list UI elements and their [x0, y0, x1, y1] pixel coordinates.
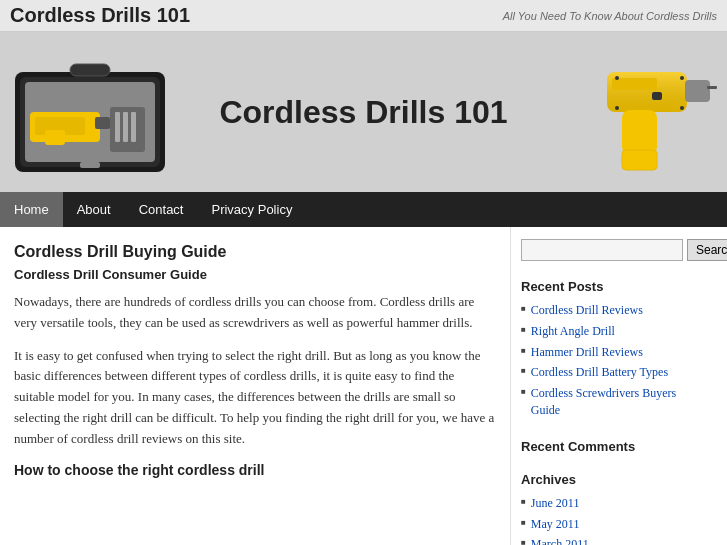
archives-title: Archives [521, 472, 685, 487]
sidebar: Search Recent Posts Cordless Drill Revie… [510, 227, 695, 545]
recent-posts-widget: Recent Posts Cordless Drill Reviews Righ… [521, 279, 685, 421]
svg-rect-11 [70, 64, 110, 76]
svg-point-25 [680, 106, 684, 110]
list-item: May 2011 [521, 514, 685, 535]
archives-widget: Archives June 2011 May 2011 March 2011 F… [521, 472, 685, 545]
list-item: June 2011 [521, 493, 685, 514]
main-layout: Cordless Drill Buying Guide Cordless Dri… [0, 227, 727, 545]
article-content: Cordless Drill Buying Guide Cordless Dri… [0, 227, 510, 545]
main-nav: Home About Contact Privacy Policy [0, 192, 727, 227]
archives-list: June 2011 May 2011 March 2011 February 2… [521, 493, 685, 545]
archive-link-2[interactable]: May 2011 [531, 516, 580, 533]
svg-rect-10 [131, 112, 136, 142]
recent-post-link-1[interactable]: Cordless Drill Reviews [531, 302, 643, 319]
recent-posts-list: Cordless Drill Reviews Right Angle Drill… [521, 300, 685, 421]
nav-privacy-policy[interactable]: Privacy Policy [197, 192, 306, 227]
article-subtitle: Cordless Drill Consumer Guide [14, 267, 496, 282]
svg-point-24 [615, 106, 619, 110]
header-title: Cordless Drills 101 [219, 94, 507, 131]
list-item: March 2011 [521, 534, 685, 545]
archive-link-1[interactable]: June 2011 [531, 495, 580, 512]
list-item: Cordless Drill Battery Types [521, 362, 685, 383]
recent-posts-title: Recent Posts [521, 279, 685, 294]
list-item: Cordless Screwdrivers Buyers Guide [521, 383, 685, 421]
top-bar: Cordless Drills 101 All You Need To Know… [0, 0, 727, 32]
svg-rect-12 [80, 162, 100, 168]
svg-rect-5 [95, 117, 110, 129]
header-banner: Cordless Drills 101 [0, 32, 727, 192]
article-paragraph-2: It is easy to get confused when trying t… [14, 346, 496, 450]
svg-rect-19 [622, 150, 657, 170]
list-item: Cordless Drill Reviews [521, 300, 685, 321]
archive-link-3[interactable]: March 2011 [531, 536, 589, 545]
nav-about[interactable]: About [63, 192, 125, 227]
search-widget: Search [521, 239, 685, 261]
svg-rect-9 [123, 112, 128, 142]
search-box: Search [521, 239, 685, 261]
nav-home[interactable]: Home [0, 192, 63, 227]
recent-post-link-5[interactable]: Cordless Screwdrivers Buyers Guide [531, 385, 685, 419]
svg-point-23 [680, 76, 684, 80]
recent-post-link-3[interactable]: Hammer Drill Reviews [531, 344, 643, 361]
list-item: Hammer Drill Reviews [521, 342, 685, 363]
search-button[interactable]: Search [687, 239, 727, 261]
svg-point-22 [615, 76, 619, 80]
svg-rect-6 [45, 130, 65, 145]
list-item: Right Angle Drill [521, 321, 685, 342]
drill-kit-image [10, 52, 170, 182]
tagline: All You Need To Know About Cordless Dril… [503, 10, 717, 22]
recent-post-link-4[interactable]: Cordless Drill Battery Types [531, 364, 668, 381]
svg-rect-8 [115, 112, 120, 142]
article-paragraph-1: Nowadays, there are hundreds of cordless… [14, 292, 496, 334]
article-title: Cordless Drill Buying Guide [14, 243, 496, 261]
svg-rect-20 [652, 92, 662, 100]
svg-rect-18 [622, 110, 657, 155]
recent-comments-title: Recent Comments [521, 439, 685, 454]
article-subheading: How to choose the right cordless drill [14, 462, 496, 478]
recent-comments-widget: Recent Comments [521, 439, 685, 454]
nav-contact[interactable]: Contact [125, 192, 198, 227]
svg-rect-15 [685, 80, 710, 102]
svg-rect-16 [707, 86, 717, 89]
svg-rect-21 [612, 78, 657, 90]
recent-post-link-2[interactable]: Right Angle Drill [531, 323, 615, 340]
site-title-top: Cordless Drills 101 [10, 4, 190, 27]
drill-right-image [577, 42, 717, 182]
search-input[interactable] [521, 239, 683, 261]
